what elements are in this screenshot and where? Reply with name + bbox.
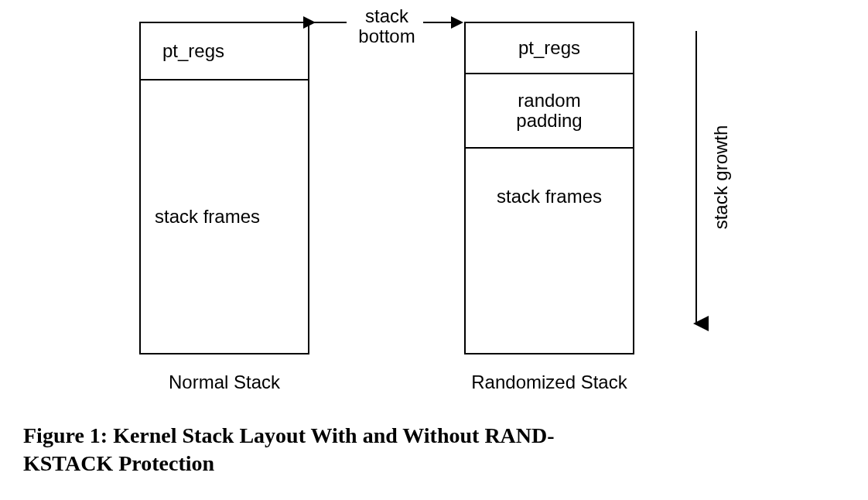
randomized-padding-text: random padding bbox=[516, 91, 582, 132]
randomized-ptregs-cell: pt_regs bbox=[466, 23, 633, 74]
randomized-ptregs-text: pt_regs bbox=[518, 37, 580, 59]
randomized-stack: pt_regs random padding stack frames bbox=[464, 22, 634, 354]
stack-bottom-word2: bottom bbox=[333, 26, 441, 46]
growth-label: stack growth bbox=[710, 125, 732, 230]
normal-stack-label-text: Normal Stack bbox=[169, 372, 280, 392]
normal-stack-label: Normal Stack bbox=[139, 372, 309, 393]
growth-label-text: stack growth bbox=[710, 125, 731, 230]
diagram-container: stack bottom pt_regs stack frames Normal… bbox=[0, 0, 868, 500]
arrow-right-icon bbox=[422, 17, 468, 28]
figure-caption-text: Figure 1: Kernel Stack Layout With and W… bbox=[23, 423, 555, 475]
arrow-left-icon bbox=[308, 17, 354, 28]
normal-ptregs-cell: pt_regs bbox=[141, 23, 308, 80]
normal-ptregs-text: pt_regs bbox=[162, 40, 224, 62]
figure-caption: Figure 1: Kernel Stack Layout With and W… bbox=[23, 422, 845, 478]
randomized-frames-text: stack frames bbox=[497, 186, 602, 207]
growth-arrow-icon bbox=[689, 31, 704, 333]
normal-stack: pt_regs stack frames bbox=[139, 22, 309, 354]
randomized-stack-label-text: Randomized Stack bbox=[471, 372, 627, 392]
normal-frames-text: stack frames bbox=[155, 206, 260, 228]
randomized-frames-cell: stack frames bbox=[466, 149, 633, 353]
randomized-stack-label: Randomized Stack bbox=[441, 372, 658, 393]
randomized-padding-cell: random padding bbox=[466, 74, 633, 149]
normal-frames-cell: stack frames bbox=[141, 80, 308, 353]
